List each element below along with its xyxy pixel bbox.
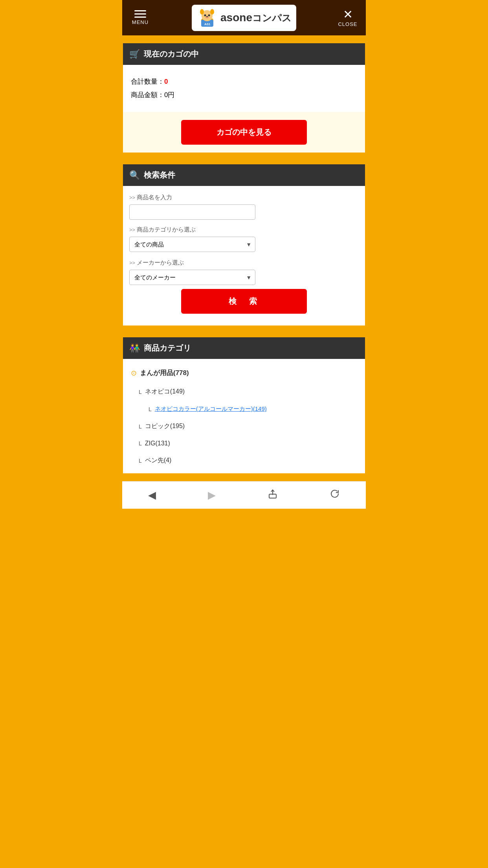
bullet-icon: ⊙	[131, 369, 137, 377]
close-button[interactable]: ✕ CLOSE	[336, 9, 360, 27]
logo-compass: コンパス	[252, 13, 292, 23]
cart-total-price: 商品金額：0円	[131, 88, 357, 102]
cart-section-body: 合計数量：0 商品金額：0円	[123, 65, 365, 112]
app-header: MENU AS1	[122, 0, 366, 35]
search-icon: 🔍	[129, 170, 140, 180]
sub-category-link-3[interactable]: ZIG(131)	[145, 440, 170, 447]
sub-category-link[interactable]: ネオピコ(149)	[145, 388, 185, 396]
category-label: >> 商品カテゴリから選ぶ	[129, 226, 359, 234]
maker-label: >> メーカーから選ぶ	[129, 259, 359, 267]
maker-select-wrapper: 全てのメーカー ▼	[129, 270, 255, 285]
cart-info: 合計数量：0 商品金額：0円	[129, 71, 359, 106]
svg-point-6	[208, 14, 210, 16]
list-item[interactable]: L コピック(195)	[123, 417, 365, 435]
arrows-icon-3: >>	[129, 260, 135, 266]
logo-text: asoneコンパス	[220, 11, 292, 24]
product-name-label-text: 商品名を入力	[137, 194, 172, 201]
close-icon: ✕	[343, 9, 353, 20]
l-mark-icon-5: L	[139, 458, 142, 464]
arrows-icon: >>	[129, 195, 135, 200]
product-name-label: >> 商品名を入力	[129, 194, 359, 201]
bottom-navigation: ◀ ▶	[122, 481, 366, 509]
product-category-header: 👫 商品カテゴリ	[123, 337, 365, 359]
cart-qty-label: 合計数量：	[131, 78, 164, 85]
cart-section-title: 現在のカゴの中	[144, 49, 199, 59]
view-cart-button[interactable]: カゴの中を見る	[181, 120, 307, 145]
people-icon: 👫	[129, 343, 140, 353]
share-button[interactable]	[261, 487, 284, 503]
back-button[interactable]: ◀	[142, 487, 162, 503]
list-item[interactable]: L ZIG(131)	[123, 435, 365, 452]
cart-qty-value: 0	[164, 78, 168, 85]
category-link[interactable]: まんが用品(778)	[140, 368, 189, 377]
product-category-title: 商品カテゴリ	[144, 343, 191, 353]
search-section-title: 検索条件	[144, 170, 175, 180]
search-section: 🔍 検索条件 >> 商品名を入力 >> 商品カテゴリから選ぶ 全ての商品 ▼ >…	[122, 164, 366, 326]
menu-label: MENU	[132, 19, 149, 25]
refresh-button[interactable]	[323, 487, 346, 503]
sub-sub-category-link[interactable]: ネオピコカラー(アルコールマーカー)(149)	[155, 405, 267, 413]
list-item[interactable]: L ネオピコカラー(アルコールマーカー)(149)	[123, 401, 365, 417]
svg-text:AS1: AS1	[204, 22, 211, 26]
share-icon	[268, 489, 278, 499]
list-item[interactable]: L ネオピコ(149)	[123, 383, 365, 401]
maker-label-text: メーカーから選ぶ	[137, 259, 184, 267]
category-select[interactable]: 全ての商品	[129, 237, 255, 252]
sub-category-link-2[interactable]: コピック(195)	[145, 422, 185, 430]
l-mark-icon-2: L	[149, 406, 152, 412]
category-label-text: 商品カテゴリから選ぶ	[137, 226, 196, 234]
svg-point-3	[200, 9, 204, 15]
l-mark-icon: L	[139, 389, 142, 395]
refresh-icon	[330, 489, 340, 499]
svg-point-4	[210, 9, 214, 15]
cart-price-label: 商品金額：	[131, 91, 164, 99]
search-button[interactable]: 検 索	[181, 289, 307, 314]
menu-button[interactable]: MENU	[128, 10, 152, 25]
arrows-icon-2: >>	[129, 227, 135, 233]
logo-asone: asone	[220, 11, 252, 24]
l-mark-icon-3: L	[139, 423, 142, 430]
category-select-wrapper: 全ての商品 ▼	[129, 237, 255, 252]
product-category-section: 👫 商品カテゴリ ⊙ まんが用品(778) L ネオピコ(149) L ネオピコ…	[122, 337, 366, 474]
hamburger-icon	[134, 10, 146, 18]
list-item[interactable]: L ペン先(4)	[123, 452, 365, 469]
search-section-body: >> 商品名を入力 >> 商品カテゴリから選ぶ 全ての商品 ▼ >> メーカーか…	[123, 186, 365, 326]
cart-section: 🛒 現在のカゴの中 合計数量：0 商品金額：0円 カゴの中を見る	[122, 42, 366, 153]
cart-section-header: 🛒 現在のカゴの中	[123, 43, 365, 65]
category-body: ⊙ まんが用品(778) L ネオピコ(149) L ネオピコカラー(アルコール…	[123, 359, 365, 473]
l-mark-icon-4: L	[139, 440, 142, 447]
logo: AS1 asoneコンパス	[192, 5, 296, 31]
cart-total-qty: 合計数量：0	[131, 75, 357, 88]
product-name-input[interactable]	[129, 204, 255, 220]
svg-point-8	[206, 16, 208, 17]
maker-select[interactable]: 全てのメーカー	[129, 270, 255, 285]
cart-button-area: カゴの中を見る	[123, 112, 365, 153]
close-label: CLOSE	[338, 21, 357, 27]
search-section-header: 🔍 検索条件	[123, 164, 365, 186]
sub-category-link-4[interactable]: ペン先(4)	[145, 456, 172, 465]
list-item[interactable]: ⊙ まんが用品(778)	[123, 363, 365, 383]
cart-price-value: 0円	[164, 91, 174, 99]
mascot-icon: AS1	[196, 7, 218, 29]
cart-icon: 🛒	[129, 49, 140, 59]
svg-point-5	[204, 14, 206, 16]
forward-button[interactable]: ▶	[202, 487, 222, 503]
